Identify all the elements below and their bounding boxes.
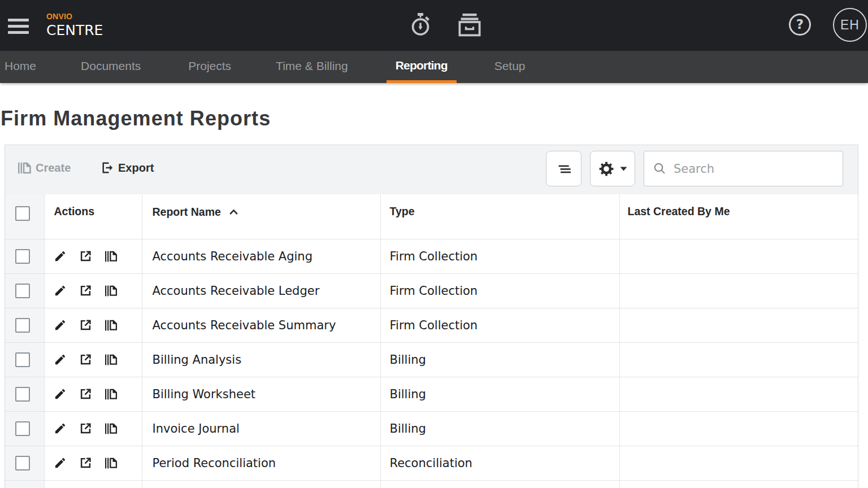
caret-down-icon — [620, 167, 627, 171]
nav-item-home[interactable]: Home — [0, 51, 45, 83]
report-name-cell: Billing Worksheet — [142, 377, 380, 411]
row-actions-cell — [44, 480, 142, 488]
row-checkbox[interactable] — [15, 421, 30, 436]
report-type-cell: Firm Collection — [380, 273, 619, 308]
nav-item-time-billing[interactable]: Time & Billing — [267, 51, 357, 83]
create-icon — [18, 161, 32, 175]
copy-icon[interactable] — [105, 456, 118, 470]
open-report-icon[interactable] — [79, 353, 92, 366]
table-row: Billing Worksheet Billing — [5, 377, 858, 411]
open-report-icon[interactable] — [79, 422, 92, 435]
nav-list: HomeDocumentsProjectsTime & BillingRepor… — [0, 51, 868, 83]
menu-bar — [8, 31, 29, 34]
edit-icon[interactable] — [54, 284, 67, 297]
row-select-cell — [5, 308, 44, 342]
reports-table: Actions Report Name Type Last Created By… — [5, 194, 858, 488]
last-created-header[interactable]: Last Created By Me — [619, 194, 858, 239]
last-created-cell — [619, 480, 858, 488]
edit-icon[interactable] — [54, 456, 67, 469]
menu-icon[interactable] — [8, 19, 29, 34]
select-all-checkbox[interactable] — [15, 206, 30, 221]
timer-icon[interactable] — [410, 13, 431, 39]
copy-icon[interactable] — [105, 250, 118, 263]
row-select-cell — [5, 480, 44, 488]
row-checkbox[interactable] — [15, 387, 30, 402]
table-row — [5, 480, 858, 488]
edit-icon[interactable] — [54, 319, 67, 332]
settings-button[interactable] — [590, 151, 635, 186]
last-created-cell — [619, 377, 858, 411]
copy-icon[interactable] — [105, 284, 118, 298]
nav-item-reporting[interactable]: Reporting — [387, 51, 457, 83]
row-actions-cell — [44, 308, 142, 342]
row-select-cell — [5, 411, 44, 446]
filter-button[interactable] — [546, 151, 581, 186]
main-nav: HomeDocumentsProjectsTime & BillingRepor… — [0, 51, 868, 83]
copy-icon[interactable] — [105, 387, 118, 401]
row-actions-cell — [44, 342, 142, 377]
row-checkbox[interactable] — [15, 284, 30, 298]
export-label: Export — [118, 162, 154, 175]
table-header-row: Actions Report Name Type Last Created By… — [5, 194, 858, 239]
row-select-cell — [5, 377, 44, 411]
logo-brand: ONVIO — [46, 12, 103, 20]
report-type-cell: Billing — [380, 411, 619, 446]
avatar[interactable]: EH — [833, 8, 867, 42]
search-icon — [653, 162, 667, 176]
report-name-cell: Accounts Receivable Summary — [142, 308, 380, 342]
toolbar: Create Export — [5, 145, 858, 194]
edit-icon[interactable] — [54, 387, 67, 400]
row-checkbox[interactable] — [15, 318, 30, 333]
archive-icon[interactable] — [458, 14, 481, 40]
row-checkbox[interactable] — [15, 249, 30, 264]
report-type-cell: Billing — [380, 377, 619, 411]
last-created-cell — [619, 411, 858, 446]
edit-icon[interactable] — [54, 250, 67, 263]
report-name-cell: Billing Analysis — [142, 342, 380, 377]
last-created-cell — [619, 239, 858, 273]
table-row: Accounts Receivable Aging Firm Collectio… — [5, 239, 858, 273]
copy-icon[interactable] — [105, 422, 118, 435]
search-input[interactable] — [674, 158, 843, 180]
report-type-cell: Firm Collection — [380, 308, 619, 342]
copy-icon[interactable] — [105, 319, 118, 332]
edit-icon[interactable] — [54, 422, 67, 435]
open-report-icon[interactable] — [79, 250, 92, 263]
export-button[interactable]: Export — [101, 161, 154, 175]
report-name-header[interactable]: Report Name — [142, 194, 380, 239]
open-report-icon[interactable] — [79, 319, 92, 332]
reports-panel: Create Export — [5, 145, 858, 488]
row-actions-cell — [44, 239, 142, 273]
help-icon[interactable]: ? — [789, 14, 811, 36]
row-checkbox[interactable] — [15, 456, 30, 470]
last-created-cell — [619, 273, 858, 308]
report-name-cell: Accounts Receivable Ledger — [142, 273, 380, 308]
row-select-cell — [5, 273, 44, 308]
nav-item-documents[interactable]: Documents — [72, 51, 150, 83]
report-name-cell: Period Reconciliation — [142, 446, 380, 480]
row-checkbox[interactable] — [15, 352, 30, 367]
nav-item-setup[interactable]: Setup — [485, 51, 535, 83]
table-row: Accounts Receivable Summary Firm Collect… — [5, 308, 858, 342]
edit-icon[interactable] — [54, 353, 67, 366]
row-actions-cell — [44, 377, 142, 411]
type-header[interactable]: Type — [380, 194, 619, 239]
row-select-cell — [5, 446, 44, 480]
nav-item-projects[interactable]: Projects — [179, 51, 240, 83]
row-actions-cell — [44, 446, 142, 480]
export-icon — [101, 161, 114, 175]
open-report-icon[interactable] — [79, 284, 92, 297]
open-report-icon[interactable] — [79, 456, 92, 469]
create-button[interactable]: Create — [18, 161, 71, 175]
open-report-icon[interactable] — [79, 387, 92, 400]
row-actions-cell — [44, 273, 142, 308]
help-glyph: ? — [796, 17, 804, 32]
row-select-cell — [5, 342, 44, 377]
logo[interactable]: ONVIO CENTRE — [46, 12, 103, 37]
report-name-cell — [142, 480, 380, 488]
select-all-header[interactable] — [5, 194, 44, 239]
actions-header[interactable]: Actions — [44, 194, 142, 239]
avatar-initials: EH — [840, 18, 860, 32]
copy-icon[interactable] — [105, 353, 118, 367]
create-label: Create — [36, 162, 71, 175]
